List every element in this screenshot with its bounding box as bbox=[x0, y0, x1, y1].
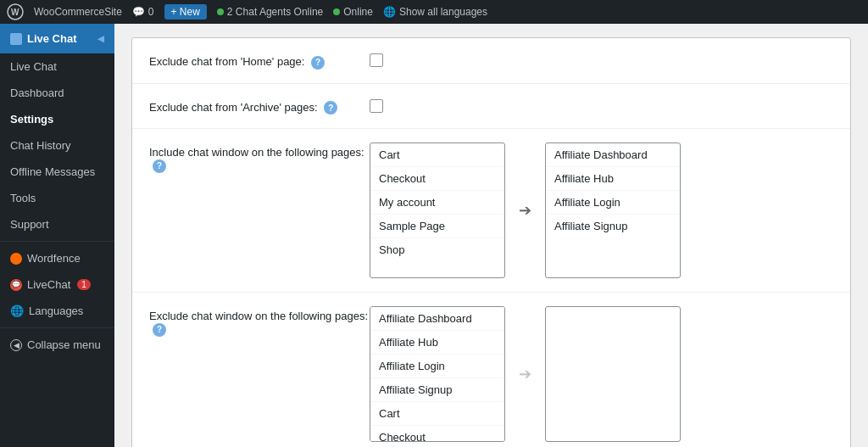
list-item[interactable]: Affiliate Login bbox=[546, 191, 680, 215]
livechat-plugin-icon: 💬 bbox=[10, 279, 22, 291]
settings-main: Exclude chat from 'Home' page: ? Exclude… bbox=[114, 24, 868, 447]
exclude-pages-listbox-row: Affiliate Dashboard Affiliate Hub Affili… bbox=[370, 306, 833, 442]
admin-bar: W WooCommerceSite 💬 0 + New 2 Chat Agent… bbox=[0, 0, 868, 24]
online-dot bbox=[217, 8, 224, 15]
exclude-pages-label: Exclude chat window on the following pag… bbox=[149, 306, 370, 337]
list-item[interactable]: Affiliate Dashboard bbox=[370, 307, 504, 331]
include-pages-help-icon[interactable]: ? bbox=[153, 159, 166, 173]
exclude-archive-help-icon[interactable]: ? bbox=[324, 101, 337, 115]
livechat-badge: 1 bbox=[77, 279, 91, 290]
exclude-archive-row: Exclude chat from 'Archive' pages: ? bbox=[132, 84, 850, 130]
site-name[interactable]: WooCommerceSite bbox=[34, 6, 122, 18]
list-item[interactable]: Sample Page bbox=[370, 215, 504, 238]
sidebar-divider-2 bbox=[0, 327, 114, 328]
svg-text:W: W bbox=[11, 8, 19, 17]
online-status[interactable]: Online bbox=[333, 6, 373, 18]
sidebar-item-chat-history[interactable]: Chat History bbox=[0, 132, 114, 159]
list-item[interactable]: Checkout bbox=[370, 426, 504, 442]
sidebar-item-support[interactable]: Support bbox=[0, 211, 114, 237]
include-pages-row: Include chat window on the following pag… bbox=[132, 129, 850, 293]
exclude-home-checkbox[interactable] bbox=[370, 53, 383, 67]
list-item[interactable]: Checkout bbox=[370, 167, 504, 191]
collapse-menu-button[interactable]: ◀ Collapse menu bbox=[0, 332, 114, 358]
exclude-home-label: Exclude chat from 'Home' page: ? bbox=[149, 52, 370, 70]
agents-online: 2 Chat Agents Online bbox=[217, 6, 323, 18]
list-item[interactable]: Affiliate Signup bbox=[370, 378, 504, 402]
exclude-home-row: Exclude chat from 'Home' page: ? bbox=[132, 38, 850, 84]
languages-icon: 🌐 bbox=[10, 305, 24, 317]
exclude-pages-left-listbox[interactable]: Affiliate Dashboard Affiliate Hub Affili… bbox=[370, 306, 505, 442]
transfer-right-button[interactable]: ➔ bbox=[515, 198, 535, 223]
settings-table: Exclude chat from 'Home' page: ? Exclude… bbox=[131, 37, 851, 447]
list-item[interactable]: My account bbox=[370, 191, 504, 215]
list-item[interactable]: Shop bbox=[370, 238, 504, 261]
list-item[interactable]: Cart bbox=[370, 143, 504, 167]
include-pages-control: Cart Checkout My account Sample Page Sho… bbox=[370, 142, 833, 278]
exclude-archive-label: Exclude chat from 'Archive' pages: ? bbox=[149, 98, 370, 115]
sidebar-item-dashboard[interactable]: Dashboard bbox=[0, 80, 114, 106]
comments-link[interactable]: 💬 0 bbox=[132, 6, 154, 18]
exclude-pages-row: Exclude chat window on the following pag… bbox=[132, 293, 850, 447]
list-item[interactable]: Affiliate Dashboard bbox=[546, 143, 680, 167]
sidebar-item-offline-messages[interactable]: Offline Messages bbox=[0, 159, 114, 185]
sidebar-item-livechat[interactable]: 💬 LiveChat 1 bbox=[0, 271, 114, 298]
list-item[interactable]: Affiliate Login bbox=[370, 355, 504, 378]
exclude-home-control bbox=[370, 52, 833, 67]
status-dot bbox=[333, 8, 340, 15]
sidebar-item-wordfence[interactable]: Wordfence bbox=[0, 245, 114, 271]
include-pages-label: Include chat window on the following pag… bbox=[149, 142, 370, 173]
list-item[interactable]: Affiliate Hub bbox=[546, 167, 680, 191]
languages-menu[interactable]: 🌐 Show all languages bbox=[383, 6, 487, 18]
settings-content-area: Exclude chat from 'Home' page: ? Exclude… bbox=[114, 24, 868, 447]
exclude-archive-checkbox[interactable] bbox=[370, 99, 383, 113]
exclude-archive-control bbox=[370, 98, 833, 113]
exclude-pages-help-icon[interactable]: ? bbox=[153, 323, 166, 337]
sidebar-item-languages[interactable]: 🌐 Languages bbox=[0, 298, 114, 324]
transfer-left-button[interactable]: ➔ bbox=[515, 361, 535, 387]
include-pages-left-listbox[interactable]: Cart Checkout My account Sample Page Sho… bbox=[370, 142, 505, 278]
include-pages-right-listbox[interactable]: Affiliate Dashboard Affiliate Hub Affili… bbox=[545, 142, 681, 278]
sidebar-plugin-header[interactable]: Live Chat ◀ bbox=[0, 24, 114, 53]
collapse-icon: ◀ bbox=[10, 339, 22, 351]
sidebar-item-live-chat[interactable]: Live Chat bbox=[0, 53, 114, 80]
list-item[interactable]: Affiliate Hub bbox=[370, 331, 504, 355]
exclude-pages-right-listbox[interactable] bbox=[545, 306, 681, 442]
sidebar-item-settings[interactable]: Settings bbox=[0, 106, 114, 132]
wp-main: Live Chat ◀ Live Chat Dashboard Settings… bbox=[0, 24, 868, 447]
list-item[interactable]: Cart bbox=[370, 402, 504, 426]
list-item[interactable]: Affiliate Signup bbox=[546, 215, 680, 237]
livechat-icon bbox=[10, 33, 22, 45]
wp-logo[interactable]: W bbox=[7, 3, 24, 20]
sidebar-item-tools[interactable]: Tools bbox=[0, 185, 114, 211]
sidebar-arrow: ◀ bbox=[97, 34, 104, 43]
sidebar-divider bbox=[0, 241, 114, 242]
exclude-home-help-icon[interactable]: ? bbox=[311, 56, 325, 70]
wordfence-icon bbox=[10, 253, 22, 265]
new-button[interactable]: + New bbox=[164, 4, 207, 20]
admin-sidebar: Live Chat ◀ Live Chat Dashboard Settings… bbox=[0, 24, 114, 447]
exclude-pages-control: Affiliate Dashboard Affiliate Hub Affili… bbox=[370, 306, 833, 442]
include-pages-listbox-row: Cart Checkout My account Sample Page Sho… bbox=[370, 142, 833, 278]
